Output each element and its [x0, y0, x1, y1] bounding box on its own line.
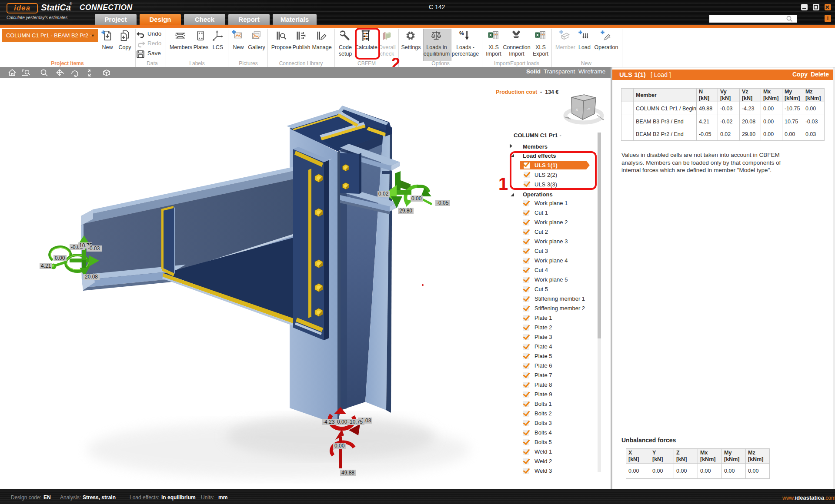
svg-text:-Y: -Y [587, 107, 591, 111]
svg-text:-X: -X [574, 108, 578, 112]
svg-text:-4.23: -4.23 [323, 419, 335, 425]
svg-text:0.00: 0.00 [334, 443, 345, 449]
svg-text:29.80: 29.80 [399, 208, 412, 214]
svg-text:0.02: 0.02 [378, 191, 389, 197]
svg-text:49.88: 49.88 [341, 470, 354, 476]
svg-text:-10.75: -10.75 [348, 419, 363, 425]
svg-text:0.00: 0.00 [337, 419, 347, 425]
svg-text:20.08: 20.08 [85, 274, 98, 280]
svg-text:0.00: 0.00 [55, 255, 65, 261]
svg-text:-0.05: -0.05 [437, 200, 449, 206]
svg-text:4.21: 4.21 [41, 263, 51, 269]
svg-text:-0.03: -0.03 [88, 245, 100, 252]
svg-text:%: % [459, 30, 464, 36]
svg-text:0.00: 0.00 [411, 196, 422, 202]
